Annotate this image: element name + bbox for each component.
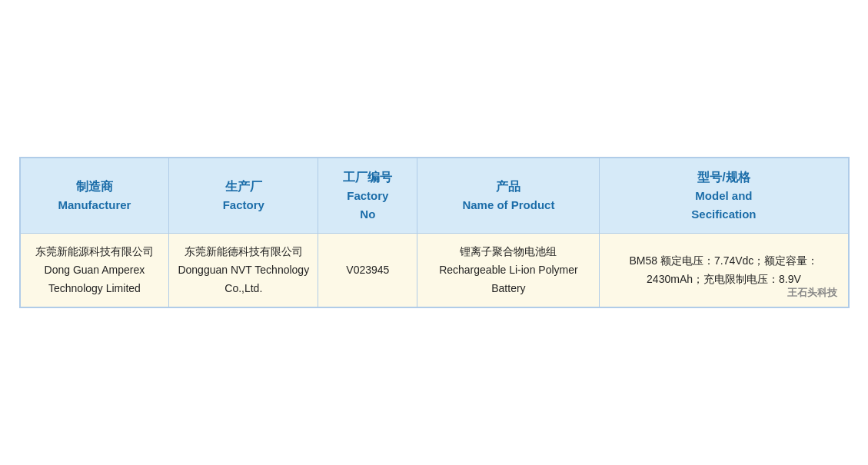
- table-row: 东莞新能源科技有限公司 Dong Guan Amperex Technology…: [20, 234, 848, 307]
- cell-factory-no: V023945: [318, 234, 417, 307]
- header-model-spec: 型号/规格 Model and Secification: [600, 158, 848, 234]
- header-product: 产品 Name of Product: [417, 158, 600, 234]
- cell-product: 锂离子聚合物电池组 Rechargeable Li-ion Polymer Ba…: [417, 234, 600, 307]
- header-factory-no: 工厂编号 Factory No: [318, 158, 417, 234]
- cell-factory: 东莞新能德科技有限公司 Dongguan NVT Technology Co.,…: [169, 234, 318, 307]
- header-row: 制造商 Manufacturer 生产厂 Factory 工厂编号 Factor…: [20, 158, 848, 234]
- header-manufacturer: 制造商 Manufacturer: [20, 158, 169, 234]
- header-factory: 生产厂 Factory: [169, 158, 318, 234]
- product-table: 制造商 Manufacturer 生产厂 Factory 工厂编号 Factor…: [20, 158, 849, 308]
- table-container: 制造商 Manufacturer 生产厂 Factory 工厂编号 Factor…: [19, 157, 850, 309]
- watermark: 王石头科技: [787, 286, 837, 300]
- cell-manufacturer: 东莞新能源科技有限公司 Dong Guan Amperex Technology…: [20, 234, 169, 307]
